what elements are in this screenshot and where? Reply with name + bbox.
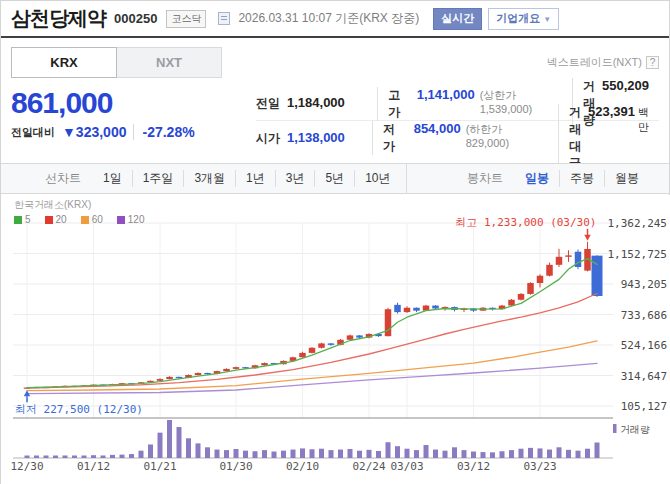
low-value: 854,000 [414,121,461,136]
ma-legend: 5 20 60 120 [14,214,145,225]
period-5year[interactable]: 5년 [314,170,354,187]
nextrade-info: 넥스트레이드(NXT) ? [547,55,659,70]
svg-text:12/30: 12/30 [10,460,43,473]
stock-name: 삼천당제약 [11,5,106,32]
company-overview-button[interactable]: 기업개요 ▼ [488,8,559,30]
ma120-legend: 120 [117,214,145,225]
ma5-swatch-icon [14,216,22,224]
chart-doc-icon [218,12,230,25]
svg-text:최고 1,233,000 (03/30): 최고 1,233,000 (03/30) [455,216,596,229]
exchange-source-label: 한국거래소(KRX) [14,198,145,212]
svg-text:01/21: 01/21 [143,460,176,473]
candle-daily[interactable]: 일봉 [515,170,559,187]
open-cell: 시가 1,138,000 [256,130,372,147]
quote-datetime: 2026.03.31 10:07 기준(KRX 장중) [238,10,419,27]
svg-text:03/23: 03/23 [523,460,556,473]
ma60-legend: 60 [81,214,103,225]
svg-text:03/12: 03/12 [457,460,490,473]
ma20-swatch-icon [45,216,53,224]
prev-close-cell: 전일 1,184,000 [256,95,377,112]
svg-text:733,686: 733,686 [621,309,667,322]
period-3year[interactable]: 3년 [275,170,315,187]
period-10year[interactable]: 10년 [354,170,400,187]
chart-canvas[interactable]: 1,362,2451,152,725943,205733,686524,1663… [1,195,670,484]
chart-legend: 한국거래소(KRX) 5 20 60 120 [14,198,145,225]
svg-text:105,127: 105,127 [621,400,667,413]
high-label: 고가 [388,87,409,121]
ma60-swatch-icon [81,216,89,224]
trade-value-unit: 백만 [638,105,649,135]
nextrade-label: 넥스트레이드(NXT) [547,55,642,70]
candle-chart-label: 봉차트 [467,170,503,187]
limit-down-value: (하한가 829,000) [466,122,548,149]
svg-text:02/24: 02/24 [352,460,385,473]
exchange-tabs: KRX NXT 넥스트레이드(NXT) ? [11,47,659,79]
candle-weekly[interactable]: 주봉 [559,170,604,187]
candle-monthly[interactable]: 월봉 [604,170,649,187]
change-value: ▼323,000 [62,124,126,140]
trade-value-label: 거래대금 [569,104,581,172]
svg-text:01/12: 01/12 [77,460,110,473]
tab-nxt[interactable]: NXT [116,47,222,78]
stock-page: 삼천당제약 000250 코스닥 2026.03.31 10:07 기준(KRX… [0,0,670,484]
trade-value: 523,391 [588,104,635,119]
svg-text:1,362,245: 1,362,245 [607,217,667,230]
prev-close-value: 1,184,000 [287,95,345,110]
high-value: 1,141,000 [417,87,475,102]
svg-text:최저 227,500 (12/30): 최저 227,500 (12/30) [15,403,143,416]
change-label: 전일대비 [11,125,55,140]
svg-text:1,152,725: 1,152,725 [607,248,667,261]
market-badge: 코스닥 [166,10,206,28]
trade-value-cell: 거래대금 523,391 백만 [558,104,659,172]
open-label: 시가 [256,130,280,147]
low-label: 저가 [383,121,407,155]
svg-text:943,205: 943,205 [621,278,667,291]
company-overview-label: 기업개요 [496,12,540,24]
ma120-swatch-icon [117,216,125,224]
low-cell: 저가 854,000 (하한가 829,000) [372,121,558,155]
svg-text:02/10: 02/10 [286,460,319,473]
chevron-down-icon: ▼ [543,15,551,24]
ma5-legend: 5 [14,214,31,225]
period-1day[interactable]: 1일 [93,170,132,187]
limit-up-value: (상한가 1,539,000) [480,88,562,115]
candlestick-chart[interactable]: 한국거래소(KRX) 5 20 60 120 1,362,2451,152,72… [1,195,670,484]
line-chart-label: 선차트 [45,170,81,187]
tab-krx[interactable]: KRX [11,47,117,78]
summary-table: 전일 1,184,000 고가 1,141,000 (상한가 1,539,000… [256,87,659,155]
chart-toolbar: 선차트 1일 1주일 3개월 1년 3년 5년 10년 봉차트 일봉 주봉 월봉 [1,163,669,194]
help-icon[interactable]: ? [646,56,659,69]
change-percent: -27.28% [133,124,194,140]
period-1year[interactable]: 1년 [235,170,275,187]
svg-text:314,647: 314,647 [621,370,667,383]
svg-text:거래량: 거래량 [620,424,650,435]
svg-text:01/30: 01/30 [219,460,252,473]
realtime-button[interactable]: 실시간 [433,8,482,30]
svg-text:03/03: 03/03 [390,460,423,473]
candle-chart-options: 봉차트 일봉 주봉 월봉 [406,164,669,193]
period-1week[interactable]: 1주일 [132,170,184,187]
price-section: 861,000 전일대비 ▼323,000 -27.28% 전일 1,184,0… [11,87,659,157]
line-chart-options: 선차트 1일 1주일 3개월 1년 3년 5년 10년 [1,164,406,193]
high-cell: 고가 1,141,000 (상한가 1,539,000) [377,87,572,121]
summary-row: 시가 1,138,000 저가 854,000 (하한가 829,000) 거래… [256,121,659,155]
page-header: 삼천당제약 000250 코스닥 2026.03.31 10:07 기준(KRX… [1,1,669,38]
open-value: 1,138,000 [287,130,345,145]
period-3month[interactable]: 3개월 [183,170,235,187]
prev-close-label: 전일 [256,95,280,112]
svg-text:524,166: 524,166 [621,339,667,352]
volume-value: 550,209 [602,78,649,93]
ma20-legend: 20 [45,214,67,225]
stock-code: 000250 [114,11,157,26]
